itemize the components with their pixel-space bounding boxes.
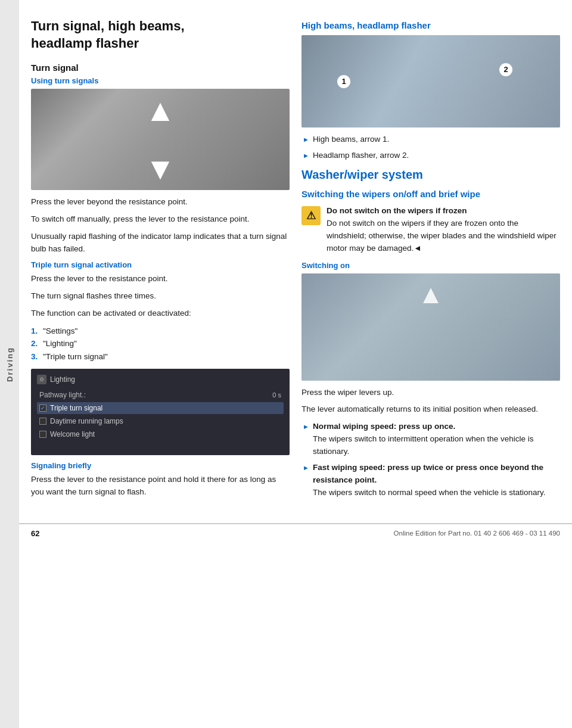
triple-body-2: The turn signal flashes three times. (31, 290, 290, 303)
welcome-label: Welcome light (50, 430, 95, 438)
list-item: ► Normal wiping speed: press up once. Th… (301, 421, 560, 458)
high-beams-image: 1 2 (301, 35, 560, 127)
warning-body: Do not switch on the wipers if they are … (327, 219, 557, 253)
triple-turn-signal-row: ✓ Triple turn signal (37, 402, 284, 414)
washer-wiper-heading: Washer/wiper system (301, 168, 560, 182)
arrow-1-label: 1 (337, 75, 350, 88)
arrow-icon: ► (303, 422, 309, 458)
arrow-2-label: 2 (499, 63, 512, 76)
daytime-label: Daytime running lamps (50, 417, 123, 425)
welcome-light-row: Welcome light (37, 428, 284, 440)
wiper-image: ▲ (301, 273, 560, 381)
arrow-icon: ► (303, 151, 309, 162)
arrow-icon: ► (303, 135, 309, 146)
right-column: High beams, headlamp flasher 1 2 ► High … (301, 18, 560, 505)
wiper-speed-list: ► Normal wiping speed: press up once. Th… (301, 421, 560, 499)
arrow-up-icon: ▲ (145, 95, 175, 126)
body-text-2: To switch off manually, press the lever … (31, 213, 290, 226)
checkbox-checked: ✓ (39, 405, 46, 412)
body-text-3: Unusually rapid flashing of the indicato… (31, 231, 290, 256)
wiper-body-1: Press the wiper levers up. (301, 387, 560, 399)
high-beams-bullet-2: Headlamp flasher, arrow 2. (313, 150, 409, 162)
list-item: 2. "Lighting" (31, 337, 290, 350)
list-text: "Settings" (43, 325, 77, 338)
wiper-bullet-wrap-2: Fast wiping speed: press up twice or pre… (313, 462, 560, 499)
body-text-1: Press the lever beyond the resistance po… (31, 196, 290, 209)
switching-on-subheading: Switching on (301, 261, 560, 270)
arrow-down-icon: ▼ (145, 153, 175, 184)
page-title: Turn signal, high beams, headlamp flashe… (31, 18, 290, 52)
list-num: 2. (31, 337, 41, 350)
turn-signal-heading: Turn signal (31, 63, 290, 73)
checkbox-empty (39, 418, 46, 425)
signaling-briefly-body: Press the lever to the resistance point … (31, 474, 290, 499)
using-turn-signals-subheading: Using turn signals (31, 76, 290, 85)
switching-wipers-heading: Switching the wipers on/off and brief wi… (301, 189, 560, 199)
wiper-bullet-main-1: Normal wiping speed: press up once. (313, 422, 455, 431)
triple-turn-signal-subheading: Triple turn signal activation (31, 260, 290, 269)
page-number: 62 (31, 529, 39, 538)
signaling-briefly-heading: Signaling briefly (31, 461, 290, 470)
lighting-icon: ⚙ (37, 375, 46, 384)
warning-icon: ⚠ (301, 206, 321, 225)
wiper-body-2: The lever automatically returns to its i… (301, 403, 560, 416)
footer-text: Online Edition for Part no. 01 40 2 606 … (394, 530, 560, 537)
wiper-bullet-wrap: Normal wiping speed: press up once. The … (313, 421, 560, 458)
lighting-header: ⚙ Lighting (37, 375, 284, 384)
turn-signal-image: ▲ ▼ (31, 89, 290, 190)
turn-signal-image-inner: ▲ ▼ (31, 89, 290, 190)
main-content: Turn signal, high beams, headlamp flashe… (19, 0, 572, 517)
list-item: ► Fast wiping speed: press up twice or p… (301, 462, 560, 499)
triple-signal-label: Triple turn signal (50, 404, 102, 412)
high-beams-bullet-1: High beams, arrow 1. (313, 133, 389, 146)
arrow-icon: ► (303, 463, 309, 499)
warning-box: ⚠ Do not switch on the wipers if frozen … (301, 205, 560, 255)
warning-text: Do not switch on the wipers if frozen Do… (327, 205, 560, 255)
wiper-bullet-detail-2: The wipers switch to normal speed when t… (313, 488, 546, 497)
wiper-inner: ▲ (301, 273, 560, 381)
settings-list: 1. "Settings" 2. "Lighting" 3. "Triple t… (31, 325, 290, 363)
high-beams-inner: 1 2 (301, 35, 560, 127)
lighting-pathway-row: Pathway light.: 0 s (37, 389, 284, 401)
lighting-screenshot: ⚙ Lighting Pathway light.: 0 s ✓ Triple … (31, 369, 290, 455)
list-item: ► Headlamp flasher, arrow 2. (301, 150, 560, 162)
high-beams-heading: High beams, headlamp flasher (301, 20, 560, 30)
left-column: Turn signal, high beams, headlamp flashe… (31, 18, 290, 505)
list-item: 1. "Settings" (31, 325, 290, 338)
list-text: "Triple turn signal" (43, 350, 108, 363)
high-beams-list: ► High beams, arrow 1. ► Headlamp flashe… (301, 133, 560, 162)
lighting-inner: ⚙ Lighting Pathway light.: 0 s ✓ Triple … (31, 369, 290, 455)
list-item: ► High beams, arrow 1. (301, 133, 560, 146)
checkbox-empty-2 (39, 431, 46, 438)
wiper-arrow-up-icon: ▲ (418, 279, 444, 309)
lighting-title: Lighting (50, 375, 75, 384)
warning-title: Do not switch on the wipers if frozen (327, 206, 467, 215)
page-footer: 62 Online Edition for Part no. 01 40 2 6… (0, 523, 572, 543)
warning-icon-wrap: ⚠ (301, 206, 321, 225)
list-num: 1. (31, 325, 41, 338)
list-num: 3. (31, 350, 41, 363)
wiper-bullet-main-2: Fast wiping speed: press up twice or pre… (313, 463, 543, 484)
triple-body-3: The function can be activated or deactiv… (31, 307, 290, 320)
wiper-bullet-detail-1: The wipers switch to intermittent operat… (313, 434, 534, 456)
triple-body-1: Press the lever to the resistance point. (31, 273, 290, 285)
daytime-running-row: Daytime running lamps (37, 415, 284, 427)
pathway-val: 0 s (272, 391, 281, 399)
sidebar-label: Driving (5, 347, 14, 382)
list-item: 3. "Triple turn signal" (31, 350, 290, 363)
sidebar-tab: Driving (0, 0, 19, 728)
pathway-label: Pathway light.: (39, 391, 86, 399)
list-text: "Lighting" (43, 337, 77, 350)
